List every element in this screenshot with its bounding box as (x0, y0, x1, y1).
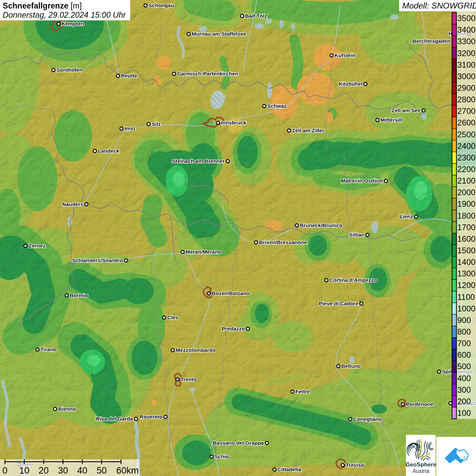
svg-text:Tirano: Tirano (40, 346, 56, 352)
svg-text:1100: 1100 (457, 292, 475, 302)
svg-text:20: 20 (38, 465, 49, 476)
svg-text:Zernez: Zernez (29, 243, 46, 249)
svg-text:1800: 1800 (457, 211, 475, 220)
svg-text:Nauders: Nauders (62, 201, 83, 207)
svg-text:1600: 1600 (457, 234, 475, 243)
svg-text:Brixen/Bressanone: Brixen/Bressanone (259, 239, 307, 245)
svg-text:Riva del Garda: Riva del Garda (96, 416, 133, 422)
svg-text:1400: 1400 (457, 257, 475, 267)
svg-text:Cittadella: Cittadella (277, 466, 301, 472)
svg-text:800: 800 (457, 327, 471, 336)
svg-text:GeoSphere: GeoSphere (406, 461, 437, 468)
svg-text:0: 0 (2, 465, 7, 476)
svg-text:Schwaz: Schwaz (267, 103, 287, 109)
svg-text:2100: 2100 (457, 176, 475, 185)
svg-text:Landeck: Landeck (98, 148, 119, 154)
svg-text:2400: 2400 (457, 141, 475, 151)
svg-text:Pieve di Cadore: Pieve di Cadore (319, 301, 359, 306)
svg-text:2300: 2300 (457, 153, 475, 162)
svg-text:Austria: Austria (412, 468, 429, 474)
svg-text:Pordenone: Pordenone (406, 401, 434, 407)
svg-text:30: 30 (58, 465, 68, 476)
svg-text:Garmisch-Partenkirchen: Garmisch-Partenkirchen (177, 71, 238, 76)
svg-text:Cles: Cles (167, 314, 178, 320)
svg-text:50: 50 (97, 465, 107, 476)
svg-text:Lienz: Lienz (400, 214, 413, 219)
svg-text:Mezzolombardo: Mezzolombardo (176, 347, 216, 353)
svg-text:3400: 3400 (457, 25, 475, 34)
svg-text:Bienno: Bienno (58, 406, 76, 412)
svg-text:Kitzbühel: Kitzbühel (339, 81, 362, 87)
svg-text:1700: 1700 (457, 223, 475, 232)
svg-text:Predazzo: Predazzo (222, 326, 245, 332)
svg-text:Silz: Silz (152, 121, 161, 127)
svg-text:Zell am See: Zell am See (392, 107, 421, 113)
svg-text:Donnerstag, 29.02.2024 15:00 U: Donnerstag, 29.02.2024 15:00 Uhr (3, 11, 126, 19)
svg-text:1500: 1500 (457, 246, 475, 255)
svg-text:3200: 3200 (457, 49, 475, 58)
svg-text:Berchtesgaden: Berchtesgaden (412, 38, 451, 44)
svg-text:Treviso: Treviso (346, 462, 364, 468)
svg-text:Trento: Trento (181, 376, 197, 382)
svg-text:1200: 1200 (457, 280, 475, 290)
svg-text:3300: 3300 (457, 37, 475, 46)
svg-text:600: 600 (457, 350, 471, 359)
svg-text:2800: 2800 (457, 95, 475, 104)
svg-text:3500: 3500 (457, 14, 475, 23)
svg-text:Schongau: Schongau (149, 2, 174, 8)
svg-text:100: 100 (457, 408, 471, 418)
svg-text:700: 700 (457, 339, 471, 348)
svg-text:1000: 1000 (457, 304, 475, 313)
svg-text:Modell: SNOWGRID: Modell: SNOWGRID (402, 1, 476, 10)
svg-text:Bruneck/Brunico: Bruneck/Brunico (300, 222, 342, 228)
svg-text:Conegliano: Conegliano (353, 416, 382, 422)
svg-text:Bozen/Bolzano: Bozen/Bolzano (212, 290, 250, 296)
svg-text:2500: 2500 (457, 130, 475, 139)
svg-text:Schio: Schio (215, 454, 229, 459)
svg-text:200: 200 (457, 397, 471, 406)
svg-text:40: 40 (77, 465, 87, 476)
svg-text:Schlanders/Silandro: Schlanders/Silandro (72, 257, 123, 263)
svg-text:Kempten: Kempten (62, 21, 84, 27)
svg-text:Rovereto: Rovereto (140, 414, 163, 420)
svg-text:60km: 60km (116, 465, 139, 476)
svg-text:1300: 1300 (457, 269, 475, 278)
svg-text:Reutte: Reutte (121, 73, 138, 79)
svg-text:Steinach am Brenner: Steinach am Brenner (172, 158, 225, 164)
svg-text:Mittersill: Mittersill (380, 117, 402, 123)
svg-text:Meran/Merano: Meran/Merano (186, 249, 221, 255)
svg-text:500: 500 (457, 362, 471, 371)
svg-text:2900: 2900 (457, 83, 475, 92)
svg-text:Bad Tölz: Bad Tölz (245, 13, 267, 19)
svg-text:Schneefallgrenze [m]: Schneefallgrenze [m] (3, 1, 82, 10)
svg-text:300: 300 (457, 385, 471, 394)
svg-text:Feltre: Feltre (295, 389, 310, 394)
svg-text:Bormio: Bormio (70, 292, 88, 298)
svg-text:2700: 2700 (457, 106, 475, 116)
svg-text:2000: 2000 (457, 188, 475, 197)
svg-text:Belluno: Belluno (341, 363, 361, 369)
svg-text:3100: 3100 (457, 60, 475, 69)
svg-text:Imst: Imst (124, 125, 135, 131)
svg-text:Sonthofen: Sonthofen (56, 67, 83, 73)
svg-text:Sillian: Sillian (349, 232, 364, 238)
svg-text:Zell am Ziller: Zell am Ziller (292, 128, 324, 133)
svg-text:900: 900 (457, 316, 471, 325)
svg-text:2600: 2600 (457, 118, 475, 127)
svg-text:400: 400 (457, 374, 471, 383)
svg-text:1900: 1900 (457, 199, 475, 208)
svg-text:3000: 3000 (457, 72, 475, 81)
svg-text:Innsbruck: Innsbruck (221, 120, 246, 125)
svg-text:Cortina d'Ampezzo: Cortina d'Ampezzo (329, 277, 377, 283)
svg-text:Matrei in Osttirol: Matrei in Osttirol (341, 178, 383, 184)
svg-text:Kufstein: Kufstein (335, 52, 356, 58)
svg-text:Bassano del Grappa: Bassano del Grappa (213, 440, 264, 446)
svg-text:2200: 2200 (457, 165, 475, 174)
svg-text:Murnau am Staffelsee: Murnau am Staffelsee (192, 31, 247, 37)
svg-text:10: 10 (19, 465, 29, 476)
